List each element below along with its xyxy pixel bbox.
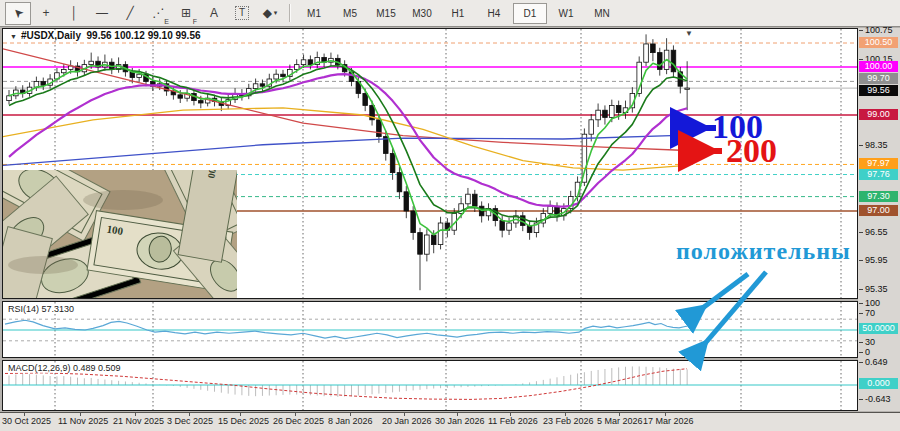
price-axis-label: 95.95 [865,255,888,265]
timeframe-M5[interactable]: M5 [333,3,367,24]
price-axis-badge: 97.76 [859,169,898,180]
timeframe-M30[interactable]: M30 [405,3,439,24]
date-label: 20 Jan 2026 [382,416,432,426]
timeframe-W1[interactable]: W1 [549,3,583,24]
tool-text-icon[interactable]: A [201,2,227,25]
tool-vertical-line-icon[interactable]: │ [61,2,87,25]
tool-crosshair-icon[interactable]: + [33,2,59,25]
price-axis-label: 100.75 [865,25,893,35]
date-label: 11 Nov 2025 [58,416,108,426]
date-label: 5 Mar 2026 [597,416,643,426]
timeframe-buttons: M1M5M15M30H1H4D1W1MN [296,3,620,24]
rsi-indicator-label: RSI(14) 57.3130 [8,304,74,314]
toolbar: ➤+│—╱⋰E⊞FAT◆▾ M1M5M15M30H1H4D1W1MN [0,0,900,27]
date-label: 11 Feb 2026 [488,416,538,426]
chevron-down-icon[interactable]: ▼ [10,33,17,40]
price-axis-badge: 97.30 [859,191,898,202]
tool-text-label-icon[interactable]: T [229,2,255,25]
timeframe-H4[interactable]: H4 [477,3,511,24]
timeframe-H1[interactable]: H1 [441,3,475,24]
date-axis[interactable]: 30 Oct 202511 Nov 202521 Nov 20253 Dec 2… [0,412,900,431]
price-axis-label: 96.55 [865,227,888,237]
drawing-tools: ➤+│—╱⋰E⊞FAT◆▾ [4,2,284,25]
timeframe-MN[interactable]: MN [585,3,619,24]
price-axis-label: 30 [865,337,875,347]
macd-canvas[interactable] [3,361,857,410]
tool-trendline-icon[interactable]: ╱ [117,2,143,25]
timeframe-D1[interactable]: D1 [513,3,547,24]
date-label: 17 Mar 2026 [643,416,694,426]
chart-end-marker-icon: ▼ [685,29,693,38]
tool-horizontal-line-icon[interactable]: — [89,2,115,25]
tool-fibonacci-icon[interactable]: ⊞F [173,2,199,25]
timeframe-M15[interactable]: M15 [369,3,403,24]
date-label: 3 Dec 2025 [167,416,213,426]
price-axis-label: 100 [865,298,880,308]
price-axis-label: 0.649 [865,357,888,367]
price-axis-badge: 99.00 [859,109,898,120]
price-axis-label: 98.35 [865,140,888,150]
macd-panel[interactable]: MACD(12,26,9) 0.489 0.509 [2,360,858,411]
price-axis-badge: 97.00 [859,205,898,216]
date-label: 15 Dec 2025 [218,416,269,426]
price-axis[interactable]: 100.75100.50100.15100.0099.7099.5699.009… [858,28,900,411]
date-label: 30 Jan 2026 [435,416,485,426]
price-axis-badge: 100.50 [859,37,898,48]
price-axis-badge: 100.00 [859,61,898,72]
date-label: 30 Oct 2025 [2,416,51,426]
price-axis-badge: 99.56 [859,85,898,96]
rsi-panel[interactable]: RSI(14) 57.3130 [2,301,858,358]
price-axis-label: -0.643 [865,394,891,404]
symbol-name: #USDX,Daily [21,30,81,41]
tool-shapes-icon[interactable]: ◆▾ [257,2,283,25]
price-axis-label: 0 [865,347,870,357]
date-label: 23 Feb 2026 [543,416,594,426]
ohlc-values: 99.56 100.12 99.10 99.56 [87,30,201,41]
timeframe-M1[interactable]: M1 [297,3,331,24]
rsi-canvas[interactable] [3,302,857,357]
price-axis-badge: 50.0000 [859,323,898,334]
date-label: 8 Jan 2026 [328,416,373,426]
price-axis-badge: 97.97 [859,158,898,169]
price-axis-label: 70 [865,308,875,318]
tool-equidistant-channel-icon[interactable]: ⋰E [145,2,171,25]
price-axis-badge: 99.70 [859,73,898,84]
chart-title[interactable]: ▼#USDX,Daily 99.56 100.12 99.10 99.56 [7,30,204,41]
macd-indicator-label: MACD(12,26,9) 0.489 0.509 [8,363,121,373]
toolbar-separator [289,4,291,22]
price-axis-badge: 0.000 [859,378,898,389]
price-axis-label: 95.35 [865,284,888,294]
date-label: 26 Dec 2025 [273,416,324,426]
tool-cursor-icon[interactable]: ➤ [5,2,31,25]
date-label: 21 Nov 2025 [113,416,164,426]
dollar-bills-photo: 100100 100 [3,170,237,298]
